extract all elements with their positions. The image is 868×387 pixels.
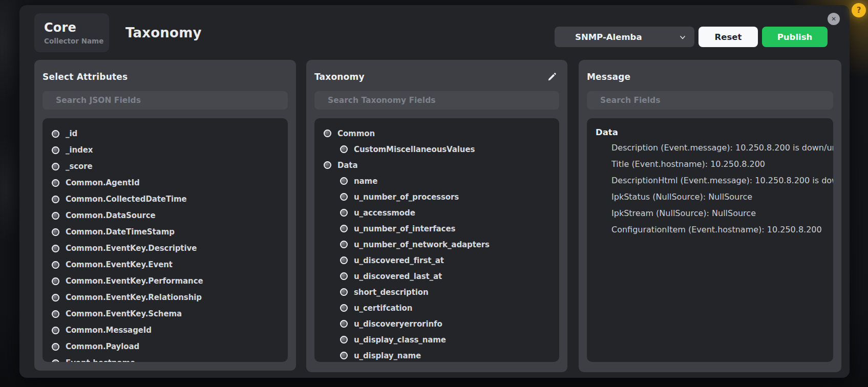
mapping-select[interactable]: SNMP-Alemba — [555, 27, 694, 47]
select-attributes-panel: Select Attributes _id_index_scoreCommon.… — [34, 60, 296, 371]
field-label: _id — [66, 129, 77, 138]
radio-icon[interactable] — [340, 352, 348, 359]
radio-icon[interactable] — [52, 327, 59, 334]
field-option[interactable]: short_description — [340, 284, 559, 300]
taxonomy-panel-title: Taxonomy — [314, 72, 365, 82]
radio-icon[interactable] — [52, 228, 59, 236]
close-button[interactable]: ✕ — [828, 13, 840, 25]
radio-icon[interactable] — [340, 336, 348, 343]
message-field-line: ConfigurationItem (Event.hostname): 10.2… — [611, 222, 833, 238]
field-option[interactable]: Common.CollectedDateTime — [52, 191, 288, 207]
field-option[interactable]: Common.EventKey.Schema — [52, 306, 288, 322]
radio-icon[interactable] — [52, 359, 59, 362]
field-label: Common.EventKey.Schema — [66, 309, 182, 318]
json-fields-search-input[interactable] — [43, 91, 288, 110]
chevron-down-icon — [679, 33, 686, 40]
radio-icon[interactable] — [52, 310, 59, 318]
radio-icon[interactable] — [52, 163, 59, 170]
taxonomy-fields-search-input[interactable] — [314, 91, 559, 110]
field-option[interactable]: Common.DataSource — [52, 207, 288, 224]
help-icon: ? — [857, 6, 861, 15]
field-option[interactable]: u_display_class_name — [340, 332, 559, 348]
radio-icon[interactable] — [52, 294, 59, 302]
field-label: u_display_class_name — [354, 335, 446, 345]
radio-icon[interactable] — [52, 212, 59, 220]
field-option[interactable]: u_discovered_last_at — [340, 268, 559, 284]
field-label: Common.CollectedDateTime — [66, 195, 187, 204]
edit-pencil-icon[interactable] — [547, 72, 557, 82]
field-option[interactable]: Common — [324, 125, 559, 141]
field-option[interactable]: Data — [324, 157, 559, 173]
publish-button[interactable]: Publish — [762, 27, 828, 47]
radio-icon[interactable] — [340, 225, 348, 232]
radio-icon[interactable] — [340, 209, 348, 217]
radio-icon[interactable] — [324, 161, 331, 169]
field-label: Common.EventKey.Performance — [66, 276, 203, 286]
field-option[interactable]: u_discovered_first_at — [340, 252, 559, 268]
field-label: CustomMiscellaneousValues — [354, 145, 475, 154]
field-option[interactable]: u_certifcation — [340, 300, 559, 316]
field-option[interactable]: Event.hostname — [52, 355, 288, 362]
field-label: Common.EventKey.Relationship — [66, 293, 202, 302]
taxonomy-fields-list: CommonCustomMiscellaneousValuesDatanameu… — [314, 118, 559, 362]
page-title: Taxonomy — [125, 25, 202, 40]
message-preview-box: Data Description (Event.message): 10.250… — [587, 118, 833, 362]
field-option[interactable]: CustomMiscellaneousValues — [340, 141, 559, 157]
radio-icon[interactable] — [52, 343, 59, 351]
radio-icon[interactable] — [52, 196, 59, 203]
field-option[interactable]: Common.MessageId — [52, 322, 288, 338]
field-option[interactable]: Common.AgentId — [52, 175, 288, 191]
radio-icon[interactable] — [52, 130, 59, 138]
field-option[interactable]: u_number_of_processors — [340, 189, 559, 205]
collector-label: Collector Name — [44, 37, 109, 45]
radio-icon[interactable] — [340, 304, 348, 312]
radio-icon[interactable] — [340, 320, 348, 328]
radio-icon[interactable] — [52, 261, 59, 269]
field-option[interactable]: u_number_of_network_adapters — [340, 236, 559, 252]
message-field-line: DescriptionHtml (Event.message): 10.250.… — [611, 173, 833, 189]
message-data-heading: Data — [596, 125, 833, 140]
field-label: u_discoveryerrorinfo — [354, 319, 442, 329]
radio-icon[interactable] — [324, 130, 331, 137]
field-label: Common.DateTimeStamp — [66, 227, 175, 236]
radio-icon[interactable] — [340, 145, 348, 153]
field-label: u_display_name — [354, 351, 421, 360]
help-button[interactable]: ? — [852, 3, 866, 17]
radio-icon[interactable] — [52, 245, 59, 252]
field-option[interactable]: _id — [52, 125, 288, 142]
field-label: short_description — [354, 288, 429, 297]
field-option[interactable]: u_discoveryerrorinfo — [340, 316, 559, 332]
taxonomy-panel: Taxonomy CommonCustomMiscellaneousValues… — [306, 60, 567, 372]
field-label: _index — [66, 145, 93, 155]
field-option[interactable]: Common.EventKey.Descriptive — [52, 240, 288, 256]
field-label: Data — [337, 161, 357, 170]
field-option[interactable]: Common.EventKey.Event — [52, 256, 288, 273]
field-label: _score — [66, 162, 93, 171]
radio-icon[interactable] — [340, 241, 348, 248]
field-option[interactable]: Common.DateTimeStamp — [52, 224, 288, 240]
radio-icon[interactable] — [340, 272, 348, 280]
radio-icon[interactable] — [52, 179, 59, 187]
field-label: u_number_of_processors — [354, 192, 459, 202]
field-option[interactable]: name — [340, 173, 559, 189]
reset-button[interactable]: Reset — [698, 27, 758, 47]
field-option[interactable]: _index — [52, 142, 288, 158]
radio-icon[interactable] — [52, 277, 59, 285]
radio-icon[interactable] — [340, 256, 348, 264]
field-option[interactable]: u_accessmode — [340, 205, 559, 221]
field-option[interactable]: Common.Payload — [52, 338, 288, 355]
radio-icon[interactable] — [340, 177, 348, 185]
radio-icon[interactable] — [340, 193, 348, 201]
message-field-line: IpkStream (NullSource): NullSource — [611, 205, 833, 222]
radio-icon[interactable] — [340, 288, 348, 296]
field-option[interactable]: Common.EventKey.Performance — [52, 273, 288, 289]
field-option[interactable]: u_number_of_interfaces — [340, 221, 559, 236]
field-option[interactable]: Common.EventKey.Relationship — [52, 289, 288, 306]
message-fields-search-input[interactable] — [587, 91, 833, 110]
field-option[interactable]: u_display_name — [340, 348, 559, 362]
field-option[interactable]: _score — [52, 158, 288, 175]
field-label: Event.hostname — [66, 358, 135, 362]
attributes-panel-title: Select Attributes — [43, 72, 128, 82]
radio-icon[interactable] — [52, 146, 59, 154]
message-panel: Message Data Description (Event.message)… — [579, 60, 841, 372]
